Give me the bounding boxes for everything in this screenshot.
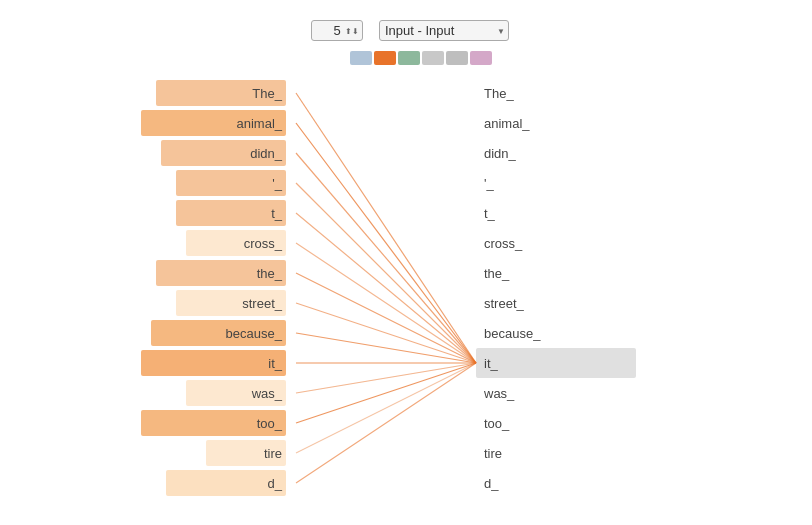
left-token-row-7: street_ [66, 288, 286, 318]
left-token-text-12: tire [264, 446, 282, 461]
attention-select[interactable]: Input - Input Output - Input Input - Out… [379, 20, 509, 41]
right-token-text-4: t_ [476, 206, 495, 221]
right-token-row-9: it_ [476, 348, 636, 378]
left-token-row-1: animal_ [66, 108, 286, 138]
visualization: The_animal_didn_'_t_cross_the_street_bec… [66, 78, 746, 498]
right-token-row-4: t_ [476, 198, 636, 228]
right-token-row-7: street_ [476, 288, 636, 318]
left-token-row-13: d_ [66, 468, 286, 498]
left-token-bar-6: the_ [156, 260, 286, 286]
connection-line-8 [296, 333, 476, 363]
connection-line-3 [296, 183, 476, 363]
left-token-bar-0: The_ [156, 80, 286, 106]
attention-select-wrapper[interactable]: Input - Input Output - Input Input - Out… [379, 20, 509, 41]
right-token-text-1: animal_ [476, 116, 530, 131]
right-token-text-13: d_ [476, 476, 498, 491]
left-token-bar-3: '_ [176, 170, 286, 196]
right-token-row-11: too_ [476, 408, 636, 438]
controls-row: 5 1234 6789101112 Input - Input Output -… [303, 20, 509, 41]
right-token-text-8: because_ [476, 326, 540, 341]
color-swatch-5 [446, 51, 468, 65]
left-token-row-2: didn_ [66, 138, 286, 168]
right-token-row-1: animal_ [476, 108, 636, 138]
right-token-row-6: the_ [476, 258, 636, 288]
right-token-text-11: too_ [476, 416, 509, 431]
left-token-row-10: was_ [66, 378, 286, 408]
connection-line-10 [296, 363, 476, 393]
left-token-text-5: cross_ [244, 236, 282, 251]
right-token-row-10: was_ [476, 378, 636, 408]
left-token-row-12: tire [66, 438, 286, 468]
right-token-text-10: was_ [476, 386, 514, 401]
left-token-bar-8: because_ [151, 320, 286, 346]
left-token-text-8: because_ [226, 326, 282, 341]
color-swatch-4 [422, 51, 444, 65]
left-token-bar-9: it_ [141, 350, 286, 376]
right-token-row-2: didn_ [476, 138, 636, 168]
right-token-text-6: the_ [476, 266, 509, 281]
right-token-text-7: street_ [476, 296, 524, 311]
right-token-text-0: The_ [476, 86, 514, 101]
right-token-row-5: cross_ [476, 228, 636, 258]
layer-select[interactable]: 5 1234 6789101112 [311, 20, 363, 41]
left-token-bar-10: was_ [186, 380, 286, 406]
left-token-row-3: '_ [66, 168, 286, 198]
left-token-bar-12: tire [206, 440, 286, 466]
connection-line-1 [296, 123, 476, 363]
connection-line-0 [296, 93, 476, 363]
left-token-bar-13: d_ [166, 470, 286, 496]
left-token-row-4: t_ [66, 198, 286, 228]
right-token-row-12: tire [476, 438, 636, 468]
connection-line-13 [296, 363, 476, 483]
left-token-text-2: didn_ [250, 146, 282, 161]
left-token-text-0: The_ [252, 86, 282, 101]
left-token-row-8: because_ [66, 318, 286, 348]
left-token-bar-1: animal_ [141, 110, 286, 136]
right-token-row-8: because_ [476, 318, 636, 348]
color-swatch-6 [470, 51, 492, 65]
left-token-list: The_animal_didn_'_t_cross_the_street_bec… [66, 78, 286, 498]
main-container: 5 1234 6789101112 Input - Input Output -… [0, 0, 812, 508]
color-swatch-2 [374, 51, 396, 65]
connection-line-5 [296, 243, 476, 363]
left-token-row-6: the_ [66, 258, 286, 288]
left-token-row-11: too_ [66, 408, 286, 438]
left-token-text-11: too_ [257, 416, 282, 431]
color-swatches [350, 51, 492, 65]
left-token-text-4: t_ [271, 206, 282, 221]
right-token-text-5: cross_ [476, 236, 522, 251]
connection-line-6 [296, 273, 476, 363]
right-token-row-3: '_ [476, 168, 636, 198]
right-token-text-2: didn_ [476, 146, 516, 161]
left-token-text-7: street_ [242, 296, 282, 311]
left-token-text-6: the_ [257, 266, 282, 281]
connection-line-11 [296, 363, 476, 423]
right-token-text-3: '_ [476, 176, 494, 191]
connection-line-7 [296, 303, 476, 363]
left-token-bar-5: cross_ [186, 230, 286, 256]
right-token-row-0: The_ [476, 78, 636, 108]
left-token-bar-2: didn_ [161, 140, 286, 166]
connections-svg [286, 78, 486, 498]
left-token-text-1: animal_ [236, 116, 282, 131]
right-token-text-12: tire [476, 446, 502, 461]
right-token-text-9: it_ [476, 356, 498, 371]
left-token-bar-4: t_ [176, 200, 286, 226]
right-token-row-13: d_ [476, 468, 636, 498]
left-token-bar-7: street_ [176, 290, 286, 316]
connection-line-4 [296, 213, 476, 363]
right-token-list: The_animal_didn_'_t_cross_the_street_bec… [476, 78, 676, 498]
connection-line-2 [296, 153, 476, 363]
left-token-text-13: d_ [268, 476, 282, 491]
left-token-row-5: cross_ [66, 228, 286, 258]
left-token-row-0: The_ [66, 78, 286, 108]
left-token-bar-11: too_ [141, 410, 286, 436]
left-token-row-9: it_ [66, 348, 286, 378]
connection-line-12 [296, 363, 476, 453]
left-token-text-3: '_ [272, 176, 282, 191]
layer-select-wrapper[interactable]: 5 1234 6789101112 [311, 20, 363, 41]
color-swatch-3 [398, 51, 420, 65]
left-token-text-9: it_ [268, 356, 282, 371]
color-swatch-1 [350, 51, 372, 65]
left-token-text-10: was_ [252, 386, 282, 401]
